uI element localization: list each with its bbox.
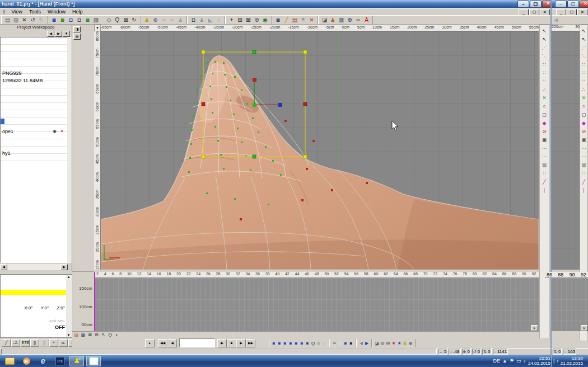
volume-icon[interactable]: ♪ (523, 358, 526, 364)
move-icon[interactable]: + (227, 16, 236, 24)
copy-icon[interactable]: ▥ (12, 16, 20, 24)
viewport-canvas[interactable] (101, 31, 539, 270)
select-add-icon[interactable]: ↖ (540, 35, 548, 43)
menu-item[interactable]: View (8, 9, 26, 15)
world-icon[interactable]: ⊕ (346, 16, 354, 24)
lasso-icon[interactable]: ○ (540, 102, 548, 110)
zoom-icon[interactable]: Ϙ (113, 16, 122, 24)
view-top-icon[interactable]: ■ (293, 340, 299, 346)
ik-icon[interactable]: ⊛ (151, 16, 160, 24)
channels-icon[interactable]: ▥ (92, 16, 100, 24)
points-icon[interactable]: ∷ (540, 60, 548, 68)
menu-item[interactable]: Tools (26, 9, 44, 15)
workspace-item-hierarchy[interactable]: hy1 (2, 150, 11, 156)
sliver-clock[interactable]: 13:30 21.02.2015 (561, 356, 583, 366)
hidden-icons-chevron[interactable]: ▲ (502, 358, 507, 364)
sliver-maximize-button[interactable]: ▢ (567, 1, 579, 8)
globe-icon[interactable]: ◉ (261, 16, 269, 24)
taskbar-mediaplayer-icon[interactable]: ▶ (19, 356, 34, 366)
globe-wire-icon[interactable]: ⊕ (253, 16, 261, 24)
sliver-close-button[interactable]: ✕ (580, 1, 588, 8)
sliver-viewport-canvas[interactable] (552, 31, 580, 270)
sliver-timeline-grid[interactable] (552, 278, 588, 331)
shaded-icon[interactable]: ■ (343, 340, 348, 346)
green-dots-icon[interactable]: ⋯ (580, 144, 588, 152)
sliver-scroll-button[interactable]: ▸ (581, 325, 588, 331)
camera-view-icon[interactable]: ◙ (316, 340, 321, 346)
unlink-icon[interactable]: ∞ (168, 16, 176, 24)
unlock-icon[interactable]: ◘ (75, 16, 83, 24)
small-dots-icon[interactable]: ∷ (580, 169, 588, 177)
edge-icon[interactable]: ⋰ (580, 43, 588, 51)
pen-icon[interactable]: ╱ (580, 177, 588, 186)
key-icon[interactable]: o- (59, 339, 68, 347)
go-last-button[interactable]: ▶▶ (246, 339, 255, 347)
view-redo-icon[interactable]: ▶ (364, 340, 370, 346)
visibility-eye-icon[interactable]: ◉ (52, 128, 58, 134)
run-icon[interactable]: ♟ (198, 16, 206, 24)
save-icon[interactable]: ◘ (189, 16, 198, 24)
marker2-icon[interactable]: ∴ (580, 85, 588, 93)
axis-icon[interactable]: ✕ (580, 93, 588, 102)
grid-toggle-icon[interactable]: ▦ (380, 340, 385, 346)
workspace-list[interactable]: PNG929 1299x32 11.84MB ope1 ◉✕ hy1 (0, 37, 68, 263)
fit-icon[interactable]: ⊠ (122, 16, 130, 24)
select-icon[interactable]: ↖ (540, 26, 548, 35)
sliver-frame-ruler[interactable]: 86889092 (545, 272, 588, 278)
font-icon[interactable]: A (362, 16, 371, 24)
view-back-icon[interactable]: ■ (277, 340, 282, 346)
workspace-hscrollbar[interactable]: ◀▶ (0, 264, 68, 270)
forbid-icon[interactable]: ⊘ (540, 127, 548, 135)
sliver-toolbar-icon[interactable]: ◀ (552, 16, 560, 24)
timeline-scroll-button[interactable]: ▸ (531, 325, 538, 331)
redo-icon[interactable]: ↻ (37, 16, 45, 24)
terrain-icon[interactable]: ◪ (374, 340, 380, 346)
move-all-icon[interactable]: ⊞ (236, 16, 244, 24)
select-add-icon[interactable]: ↖ (580, 35, 588, 43)
bone2-icon[interactable]: § (40, 339, 49, 347)
undo-icon[interactable]: ↺ (29, 16, 37, 24)
play-button[interactable]: ▶ (217, 339, 227, 347)
cage-icon[interactable]: ▦ (540, 161, 548, 169)
red-dots-icon[interactable]: ⋯ (580, 152, 588, 161)
sliver-volume-icon[interactable]: ♪ (556, 358, 559, 364)
curve-icon[interactable]: ⋱ (580, 51, 588, 60)
track-yellow-bar[interactable] (1, 290, 67, 295)
actor-icon[interactable]: ♟ (143, 16, 151, 24)
taskbar-photoshop-icon[interactable]: Ps (53, 356, 67, 366)
next-frame-button[interactable]: ▶ (236, 339, 246, 347)
point-pair-icon[interactable]: ∷ (580, 68, 588, 77)
axis-icon[interactable]: ✕ (540, 93, 548, 102)
view-left-icon[interactable]: ■ (282, 340, 288, 346)
go-first-button[interactable]: ◀◀ (158, 339, 167, 347)
textured-icon[interactable]: ■ (348, 340, 354, 346)
bone-icon[interactable]: § (30, 339, 39, 347)
taskbar-viewer-icon[interactable] (86, 356, 101, 366)
prev-frame-button[interactable]: ◀ (167, 339, 177, 347)
marker2-icon[interactable]: ∴ (540, 85, 548, 93)
lock-icon[interactable]: ◘ (67, 16, 75, 24)
link-icon[interactable]: ∞ (160, 16, 168, 24)
refresh-icon[interactable]: ↻ (130, 16, 138, 24)
nav-menu-button[interactable]: ▼ (63, 31, 70, 37)
person-icon[interactable]: ♟ (329, 16, 337, 24)
polygon-icon[interactable]: ◻ (540, 110, 548, 119)
light-view-icon[interactable]: ☼ (321, 340, 327, 346)
stop-button[interactable]: ■ (227, 339, 236, 347)
action-center-flag-icon[interactable]: ⚑ (510, 358, 514, 364)
frame-number-input[interactable] (179, 338, 215, 347)
graph-icon[interactable]: ◪ (320, 16, 329, 24)
timeline-playhead[interactable] (94, 272, 95, 331)
pin-icon[interactable]: | (540, 186, 548, 194)
curve-icon[interactable]: ⋱ (540, 51, 548, 60)
delete-icon[interactable]: ✕ (20, 16, 29, 24)
camera-icon[interactable]: ◙ (274, 16, 282, 24)
menu-item[interactable]: t (0, 9, 8, 15)
menu-item[interactable]: Window (44, 9, 69, 15)
speaker-icon[interactable]: ♪ (214, 16, 223, 24)
display-icon[interactable]: ▭ (516, 358, 521, 364)
forbid-icon[interactable]: ⊘ (580, 127, 588, 135)
nav-right-button[interactable]: ▶ (55, 31, 62, 37)
hierarchy-icon[interactable]: ≡ (299, 16, 307, 24)
sliver-minimize-button[interactable]: – (555, 1, 567, 8)
